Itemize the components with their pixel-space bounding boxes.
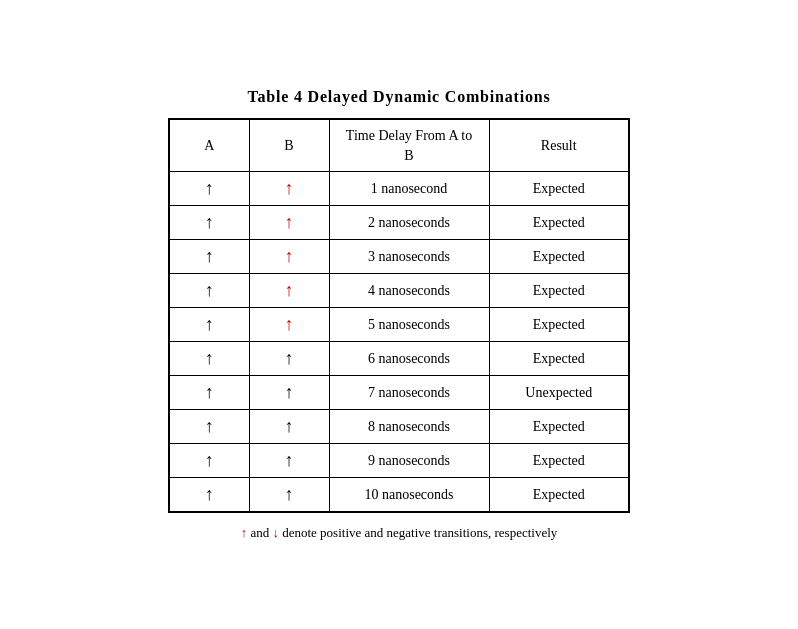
table-row: ↑↑4 nanosecondsExpected — [169, 274, 629, 308]
table-row: ↑↑2 nanosecondsExpected — [169, 206, 629, 240]
table-row: ↑↑6 nanosecondsExpected — [169, 342, 629, 376]
cell-a-1: ↑ — [169, 206, 249, 240]
content-wrapper: Table 4 Delayed Dynamic Combinations A B… — [168, 88, 630, 541]
cell-a-9: ↑ — [169, 478, 249, 513]
cell-time-2: 3 nanoseconds — [329, 240, 489, 274]
caption-arrow-up-icon: ↑ — [241, 525, 248, 540]
cell-a-0: ↑ — [169, 172, 249, 206]
cell-time-8: 9 nanoseconds — [329, 444, 489, 478]
header-col-b: B — [249, 119, 329, 172]
table-row: ↑↑10 nanosecondsExpected — [169, 478, 629, 513]
cell-b-5: ↑ — [249, 342, 329, 376]
cell-b-3: ↑ — [249, 274, 329, 308]
table-header-row: A B Time Delay From A to B Result — [169, 119, 629, 172]
cell-a-4: ↑ — [169, 308, 249, 342]
data-table: A B Time Delay From A to B Result ↑↑1 na… — [168, 118, 630, 513]
cell-result-6: Unexpected — [489, 376, 629, 410]
cell-time-5: 6 nanoseconds — [329, 342, 489, 376]
table-row: ↑↑8 nanosecondsExpected — [169, 410, 629, 444]
table-title: Table 4 Delayed Dynamic Combinations — [248, 88, 551, 106]
cell-b-9: ↑ — [249, 478, 329, 513]
cell-b-2: ↑ — [249, 240, 329, 274]
table-row: ↑↑3 nanosecondsExpected — [169, 240, 629, 274]
table-row: ↑↑1 nanosecondExpected — [169, 172, 629, 206]
cell-time-1: 2 nanoseconds — [329, 206, 489, 240]
cell-a-8: ↑ — [169, 444, 249, 478]
header-col-time: Time Delay From A to B — [329, 119, 489, 172]
cell-a-2: ↑ — [169, 240, 249, 274]
cell-a-3: ↑ — [169, 274, 249, 308]
cell-result-4: Expected — [489, 308, 629, 342]
cell-time-9: 10 nanoseconds — [329, 478, 489, 513]
cell-result-7: Expected — [489, 410, 629, 444]
cell-result-5: Expected — [489, 342, 629, 376]
cell-result-0: Expected — [489, 172, 629, 206]
header-col-a: A — [169, 119, 249, 172]
cell-a-7: ↑ — [169, 410, 249, 444]
table-caption: ↑ and ↓ denote positive and negative tra… — [241, 525, 558, 541]
table-row: ↑↑5 nanosecondsExpected — [169, 308, 629, 342]
table-row: ↑↑7 nanosecondsUnexpected — [169, 376, 629, 410]
cell-time-6: 7 nanoseconds — [329, 376, 489, 410]
cell-time-0: 1 nanosecond — [329, 172, 489, 206]
cell-b-7: ↑ — [249, 410, 329, 444]
cell-result-3: Expected — [489, 274, 629, 308]
cell-b-1: ↑ — [249, 206, 329, 240]
cell-result-2: Expected — [489, 240, 629, 274]
table-row: ↑↑9 nanosecondsExpected — [169, 444, 629, 478]
header-col-result: Result — [489, 119, 629, 172]
cell-result-1: Expected — [489, 206, 629, 240]
cell-result-8: Expected — [489, 444, 629, 478]
cell-b-8: ↑ — [249, 444, 329, 478]
caption-text-end: denote positive and negative transitions… — [282, 525, 557, 540]
cell-time-4: 5 nanoseconds — [329, 308, 489, 342]
cell-a-6: ↑ — [169, 376, 249, 410]
cell-time-3: 4 nanoseconds — [329, 274, 489, 308]
cell-b-4: ↑ — [249, 308, 329, 342]
cell-b-0: ↑ — [249, 172, 329, 206]
page-container: Table 4 Delayed Dynamic Combinations A B… — [0, 0, 798, 629]
caption-arrow-down-icon: ↓ — [272, 525, 279, 540]
cell-time-7: 8 nanoseconds — [329, 410, 489, 444]
cell-b-6: ↑ — [249, 376, 329, 410]
cell-result-9: Expected — [489, 478, 629, 513]
cell-a-5: ↑ — [169, 342, 249, 376]
caption-text-and: and — [250, 525, 272, 540]
